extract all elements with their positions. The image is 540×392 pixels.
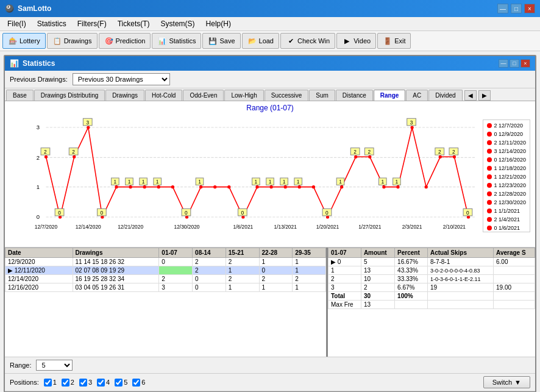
- stats-maximize-button[interactable]: □: [510, 59, 519, 68]
- close-button[interactable]: ×: [524, 4, 535, 13]
- rcell-val: ▶ 0: [329, 258, 361, 266]
- toolbar-statistics-button[interactable]: 📊 Statistics: [152, 33, 201, 49]
- stats-close-button[interactable]: ×: [520, 59, 530, 68]
- pos-checkbox-5[interactable]: 5: [115, 379, 127, 387]
- table-row[interactable]: 3 2 6.67% 19 19.00: [329, 283, 535, 292]
- table-row[interactable]: 12/14/2020 16 19 25 28 32 34 2 0 2 2 2: [5, 275, 326, 283]
- rcol-amount: Amount: [361, 248, 394, 258]
- switch-button[interactable]: Switch ▼: [483, 376, 530, 388]
- pos-checkbox-6[interactable]: 6: [132, 379, 145, 387]
- svg-point-14: [129, 185, 132, 188]
- svg-point-29: [340, 185, 343, 188]
- menu-system[interactable]: System(S): [156, 18, 200, 29]
- legend-dot: [487, 174, 492, 179]
- cell-c5: 2: [293, 275, 326, 283]
- toolbar-load-button[interactable]: 📂 Load: [242, 33, 279, 49]
- menu-statistics[interactable]: Statistics: [32, 18, 71, 29]
- table-row[interactable]: ▶ 0 5 16.67% 8-7-8-1 6.00: [329, 258, 535, 266]
- tab-sum[interactable]: Sum: [309, 90, 335, 101]
- chart-area: Range (01-07) 3 2 1 0: [5, 101, 535, 248]
- toolbar-save-button[interactable]: 💾 Save: [202, 33, 240, 49]
- right-table-container[interactable]: 01-07 Amount Percent Actual Skips Averag…: [328, 248, 535, 357]
- tab-ac[interactable]: AC: [406, 90, 428, 101]
- title-bar: 🎱 SamLotto — □ ×: [0, 0, 540, 17]
- tab-distance[interactable]: Distance: [336, 90, 373, 101]
- pos-check-1[interactable]: [44, 379, 52, 387]
- tab-successive[interactable]: Successive: [265, 90, 309, 101]
- minimize-button[interactable]: —: [497, 4, 508, 13]
- pos-checkbox-3[interactable]: 3: [79, 379, 92, 387]
- toolbar-checkwin-button[interactable]: ✔ Check Win: [280, 33, 335, 49]
- table-row[interactable]: 12/16/2020 03 04 05 19 26 31 3 0 1 1 1: [5, 283, 326, 292]
- table-row[interactable]: 2 10 33.33% 1-0-3-6-0-1-1-E-2.11: [329, 275, 535, 283]
- toolbar-prediction-button[interactable]: 🎯 Prediction: [99, 33, 151, 49]
- menu-tickets[interactable]: Tickets(T): [113, 18, 155, 29]
- legend-item: 2 12/11/2020: [487, 138, 526, 147]
- menu-file[interactable]: File(I): [2, 18, 31, 29]
- legend-item: 1 12/23/2020: [487, 181, 526, 190]
- tab-low-high[interactable]: Low-High: [224, 90, 263, 101]
- menu-filters[interactable]: Filters(F): [73, 18, 112, 29]
- svg-text:12/14/2020: 12/14/2020: [76, 224, 101, 230]
- svg-text:2: 2: [368, 149, 371, 155]
- cell-c2: 0: [193, 283, 226, 292]
- tab-base[interactable]: Base: [6, 90, 34, 101]
- rcell-percent: 33.33%: [395, 275, 428, 283]
- bottom-controls: Range: 1 2 3 4 5 6 7: [5, 357, 535, 374]
- toolbar-drawings-button[interactable]: 📋 Drawings: [47, 33, 98, 49]
- left-table-container[interactable]: Date Drawings 01-07 08-14 15-21 22-28 29…: [5, 248, 328, 357]
- range-select[interactable]: 1 2 3 4 5 6 7: [36, 360, 73, 371]
- pos-check-5[interactable]: [115, 379, 123, 387]
- legend-dot: [487, 123, 492, 128]
- maximize-button[interactable]: □: [511, 4, 522, 13]
- svg-point-19: [199, 185, 202, 188]
- table-row[interactable]: ▶ 12/11/2020 02 07 08 09 19 29 2 1 0 1: [5, 266, 326, 275]
- toolbar-lottery-button[interactable]: 🎰 Lottery: [2, 33, 46, 49]
- legend-item: 0 1/6/2021: [487, 224, 526, 232]
- cell-c1: 3: [159, 283, 193, 292]
- tab-range[interactable]: Range: [374, 90, 406, 101]
- toolbar-video-label: Video: [353, 37, 371, 45]
- svg-point-32: [382, 185, 385, 188]
- stats-title-bar: 📊 Statistics — □ ×: [5, 56, 535, 71]
- svg-point-26: [298, 185, 301, 188]
- toolbar-video-button[interactable]: ▶ Video: [336, 33, 376, 49]
- title-bar-left: 🎱 SamLotto: [5, 4, 51, 13]
- tab-divided[interactable]: Divided: [428, 90, 462, 101]
- tab-odd-even[interactable]: Odd-Even: [183, 90, 224, 101]
- rcell-amount: 13: [361, 301, 394, 309]
- stats-minimize-button[interactable]: —: [499, 59, 508, 68]
- cell-c2: 2: [193, 258, 226, 266]
- col-22-28: 22-28: [259, 248, 293, 258]
- tab-hot-cold[interactable]: Hot-Cold: [145, 90, 182, 101]
- pos-checkbox-2[interactable]: 2: [62, 379, 74, 387]
- col-drawings: Drawings: [73, 248, 159, 258]
- previous-drawings-select[interactable]: Previous 10 Drawings Previous 20 Drawing…: [73, 73, 170, 85]
- pos-checkbox-1[interactable]: 1: [44, 379, 57, 387]
- svg-text:2: 2: [72, 149, 75, 155]
- pos-check-4[interactable]: [97, 379, 105, 387]
- toolbar-exit-button[interactable]: 🚪 Exit: [377, 33, 411, 49]
- positions-label: Positions:: [10, 379, 39, 386]
- tab-nav-prev[interactable]: ◀: [464, 90, 477, 101]
- rcell-actual: 1-0-3-6-0-1-1-E-2.11: [428, 275, 494, 283]
- pos-checkbox-4[interactable]: 4: [97, 379, 110, 387]
- tab-nav-next[interactable]: ▶: [478, 90, 491, 101]
- table-row[interactable]: 1 13 43.33% 3-0-2-0-0-0-0-4-0.83: [329, 266, 535, 275]
- table-row[interactable]: 12/9/2020 11 14 15 18 26 32 0 2 2 1 1: [5, 258, 326, 266]
- pos-check-2[interactable]: [62, 379, 69, 387]
- rcell-val: 2: [329, 275, 361, 283]
- legend-item: 1 12/21/2020: [487, 173, 526, 181]
- legend-item: 0 12/9/2020: [487, 130, 526, 138]
- svg-text:1: 1: [142, 179, 145, 185]
- pos-check-3[interactable]: [79, 379, 87, 387]
- statistics-icon: 📊: [157, 36, 167, 46]
- menu-help[interactable]: Help(H): [201, 18, 236, 29]
- svg-text:0: 0: [241, 210, 244, 216]
- legend-dot: [487, 149, 492, 154]
- pos-check-6[interactable]: [132, 379, 140, 387]
- tab-drawings[interactable]: Drawings: [105, 90, 144, 101]
- table-row: Max Fre 13: [329, 301, 535, 309]
- svg-point-25: [284, 185, 287, 188]
- tab-drawings-distributing[interactable]: Drawings Distributing: [34, 90, 105, 101]
